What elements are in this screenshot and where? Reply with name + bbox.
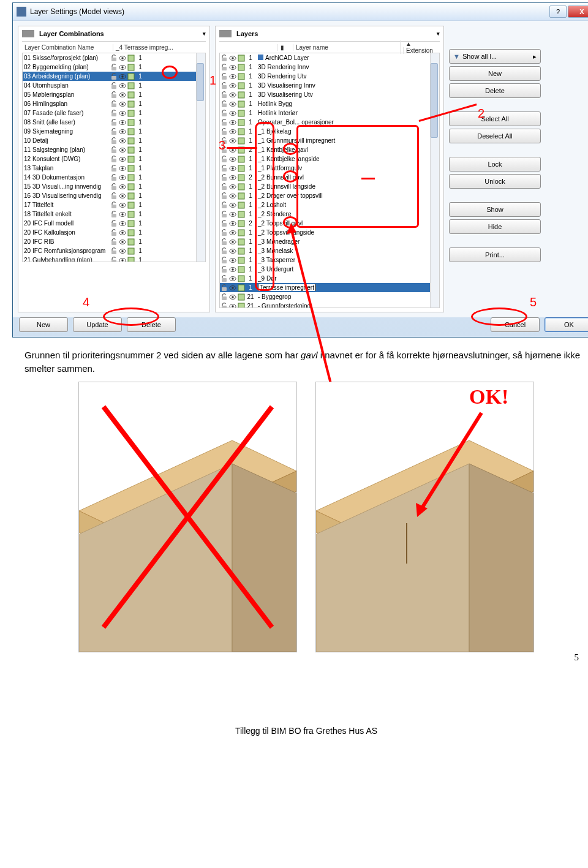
lock-icon[interactable] [110, 81, 118, 89]
scrollbar[interactable] [430, 53, 439, 308]
combos-list[interactable]: 01 Skisse/forprosjekt (plan)102 Byggemel… [22, 53, 206, 262]
eye-icon[interactable] [118, 183, 127, 191]
combo-row[interactable]: 05 Møbleringsplan1 [23, 90, 205, 99]
eye-icon[interactable] [118, 137, 127, 145]
layer-row[interactable]: 1Operatør_Bol... operasjoner [220, 118, 439, 127]
lock-icon[interactable] [220, 284, 228, 292]
lock-button[interactable]: Lock [449, 157, 541, 172]
lock-icon[interactable] [220, 219, 228, 227]
combo-row[interactable]: 14 3D Dokumentasjon1 [23, 173, 205, 182]
lock-icon[interactable] [110, 256, 118, 262]
lock-icon[interactable] [110, 219, 118, 227]
lock-icon[interactable] [110, 228, 118, 236]
lock-icon[interactable] [110, 127, 118, 135]
solid-icon[interactable] [237, 127, 246, 135]
combo-row[interactable]: 09 Skjemategning1 [23, 127, 205, 136]
lock-icon[interactable] [220, 228, 228, 236]
layer-row[interactable]: 1_3 Mønelask [220, 246, 439, 255]
delete-combo-button[interactable]: Delete [127, 317, 176, 332]
solid-icon[interactable] [127, 137, 135, 145]
lock-icon[interactable] [110, 63, 118, 71]
solid-icon[interactable] [237, 183, 246, 191]
combos-header-col2[interactable]: _4 Terrasse impreg... [113, 44, 206, 51]
layer-row[interactable]: 2_2 Bunnsvill gavl [220, 173, 439, 182]
eye-icon[interactable] [228, 247, 237, 255]
lock-icon[interactable] [110, 164, 118, 172]
lock-icon[interactable] [220, 118, 228, 126]
show-button[interactable]: Show [449, 202, 541, 217]
solid-icon[interactable] [237, 81, 246, 89]
eye-icon[interactable] [228, 302, 237, 308]
solid-icon[interactable] [237, 201, 246, 209]
solid-icon[interactable] [237, 155, 246, 163]
eye-icon[interactable] [228, 81, 237, 89]
layer-row[interactable]: 13D Visualisering Utv [220, 90, 439, 99]
combo-row[interactable]: 06 Himlingsplan1 [23, 99, 205, 108]
lock-icon[interactable] [220, 137, 228, 145]
solid-icon[interactable] [237, 293, 246, 301]
lock-icon[interactable] [110, 238, 118, 246]
layer-row[interactable]: 1_3 Mønedrager [220, 237, 439, 246]
layer-row[interactable]: 1_3 Undergurt [220, 265, 439, 274]
lock-icon[interactable] [220, 256, 228, 264]
layers-header-name[interactable]: Layer name [293, 44, 400, 51]
lock-icon[interactable] [220, 265, 228, 273]
lock-icon[interactable] [220, 274, 228, 282]
combo-row[interactable]: 17 Tittelfelt1 [23, 200, 205, 209]
layer-row[interactable]: 1_3 Taksperrer [220, 255, 439, 265]
lock-icon[interactable] [220, 54, 228, 62]
solid-icon[interactable] [127, 210, 135, 218]
solid-icon[interactable] [127, 228, 135, 236]
solid-icon[interactable] [127, 127, 135, 135]
unlock-button[interactable]: Unlock [449, 174, 541, 189]
lock-icon[interactable] [110, 146, 118, 154]
delete-layer-button[interactable]: Delete [449, 83, 541, 98]
layer-row[interactable]: 13D Visualisering Innv [220, 81, 439, 90]
solid-icon[interactable] [127, 238, 135, 246]
eye-icon[interactable] [228, 274, 237, 282]
eye-icon[interactable] [118, 219, 127, 227]
lock-icon[interactable] [110, 54, 118, 62]
eye-icon[interactable] [228, 265, 237, 273]
eye-icon[interactable] [118, 118, 127, 126]
eye-icon[interactable] [228, 238, 237, 246]
eye-icon[interactable] [228, 137, 237, 145]
solid-icon[interactable] [237, 109, 246, 117]
solid-icon[interactable] [127, 146, 135, 154]
layer-row[interactable]: 21- Grunnforsterkning [220, 301, 439, 308]
lock-icon[interactable] [110, 100, 118, 108]
eye-icon[interactable] [228, 54, 237, 62]
lock-icon[interactable] [220, 293, 228, 301]
eye-icon[interactable] [228, 155, 237, 163]
eye-icon[interactable] [118, 256, 127, 262]
eye-icon[interactable] [118, 127, 127, 135]
eye-icon[interactable] [118, 192, 127, 200]
layer-row[interactable]: 21- Byggegrop [220, 292, 439, 301]
eye-icon[interactable] [118, 81, 127, 89]
lock-icon[interactable] [110, 91, 118, 99]
lock-icon[interactable] [220, 72, 228, 80]
layer-row[interactable]: 1Hotlink Bygg [220, 99, 439, 108]
lock-icon[interactable] [220, 192, 228, 200]
combo-row[interactable]: 20 IFC Romfunksjonsprogram1 [23, 246, 205, 255]
lock-icon[interactable] [220, 91, 228, 99]
eye-icon[interactable] [118, 109, 127, 117]
eye-icon[interactable] [118, 100, 127, 108]
solid-icon[interactable] [237, 274, 246, 282]
deselect-all-button[interactable]: Deselect All [449, 129, 541, 143]
combo-row[interactable]: 20 IFC Full modell1 [23, 219, 205, 228]
solid-icon[interactable] [237, 63, 246, 71]
eye-icon[interactable] [118, 63, 127, 71]
solid-icon[interactable] [237, 137, 246, 145]
eye-icon[interactable] [118, 164, 127, 172]
combo-row[interactable]: 20 IFC Kalkulasjon1 [23, 228, 205, 237]
hide-button[interactable]: Hide [449, 219, 541, 234]
solid-icon[interactable] [127, 173, 135, 181]
solid-icon[interactable] [237, 192, 246, 200]
lock-icon[interactable] [110, 155, 118, 163]
combo-row[interactable]: 13 Takplan1 [23, 164, 205, 173]
solid-icon[interactable] [237, 72, 246, 80]
layers-header-flag[interactable]: ▮ [277, 44, 293, 51]
solid-icon[interactable] [127, 54, 135, 62]
lock-icon[interactable] [110, 173, 118, 181]
